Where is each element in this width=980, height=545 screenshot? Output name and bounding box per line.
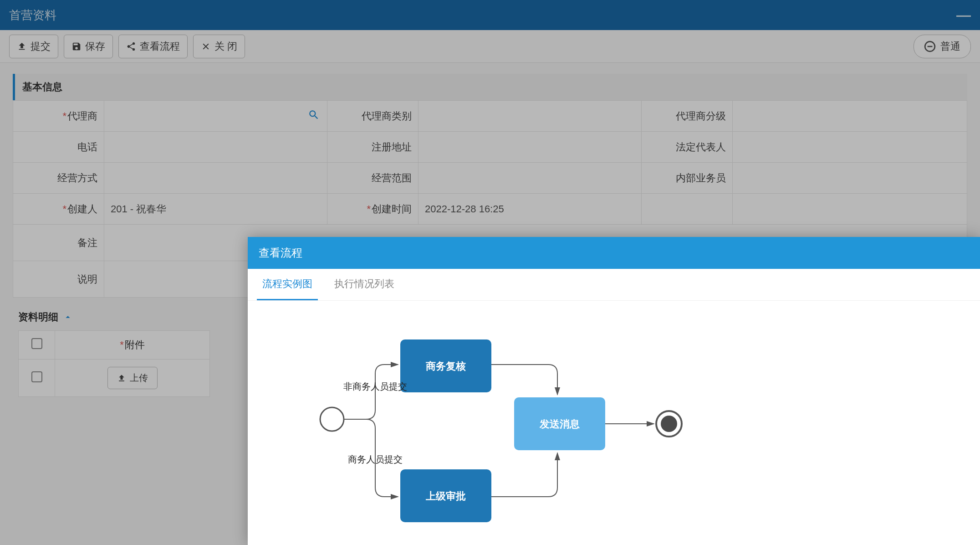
flow-dialog: 查看流程 流程实例图 执行情况列表 商务复核 上级审批 发送消息 <box>248 237 980 545</box>
tab-list[interactable]: 执行情况列表 <box>329 269 400 300</box>
node-commercial-review-label: 商务复核 <box>425 360 466 372</box>
edge-start-n1 <box>344 365 398 419</box>
dialog-body: 商务复核 上级审批 发送消息 非商务人员提交 商务人员提交 <box>248 301 980 545</box>
edge-n1-n3 <box>491 365 557 395</box>
node-start <box>320 407 344 431</box>
edge-start-n1-label: 非商务人员提交 <box>343 381 407 391</box>
node-send-message-label: 发送消息 <box>539 418 580 430</box>
edge-start-n2-label: 商务人员提交 <box>348 454 403 464</box>
node-end-inner <box>661 416 677 432</box>
flowchart: 商务复核 上级审批 发送消息 非商务人员提交 商务人员提交 <box>302 310 712 538</box>
tab-diagram[interactable]: 流程实例图 <box>257 269 318 300</box>
dialog-header: 查看流程 <box>248 237 980 269</box>
dialog-tabs: 流程实例图 执行情况列表 <box>248 269 980 301</box>
dialog-title: 查看流程 <box>259 246 302 260</box>
edge-n2-n3 <box>491 453 557 497</box>
node-superior-approval-label: 上级审批 <box>425 490 466 502</box>
